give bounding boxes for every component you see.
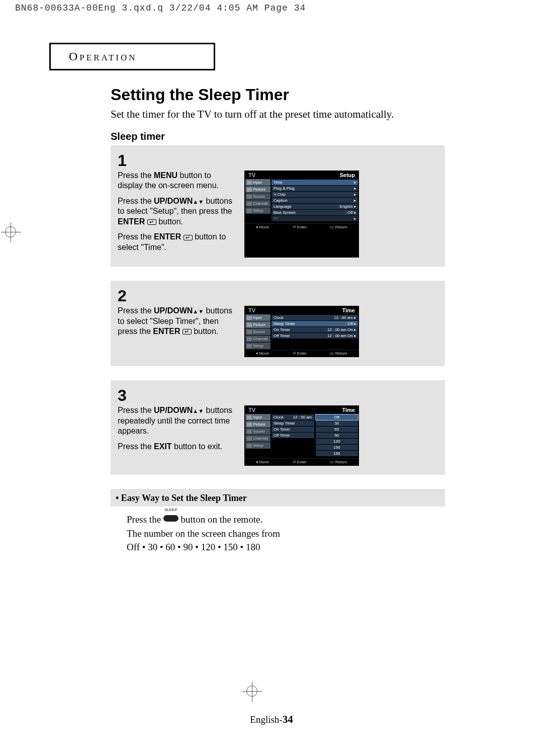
step-2: 2 Press the UP/DOWN buttons to select "S…: [111, 281, 445, 366]
step-number: 3: [118, 387, 439, 403]
tv-menu-row: Plug & Plug ▸: [272, 186, 358, 191]
tv-screenshot-sleep-options: TVTime Input Picture Sound Channel Setup…: [244, 405, 359, 466]
crop-mark-left: [0, 226, 25, 251]
step-3: 3 Press the UP/DOWN buttons repeatedly u…: [111, 380, 445, 475]
sound-tab-icon: [247, 195, 252, 199]
step-number: 2: [118, 288, 439, 304]
page-lede: Set the timer for the TV to turn off at …: [111, 108, 445, 121]
channel-tab-icon: [247, 202, 252, 206]
tv-menu-row: Clock12 : 00 am: [272, 414, 314, 420]
tv-menu-row: Language: English ▸: [272, 204, 358, 209]
tv-sleep-option: 180: [316, 451, 358, 456]
tv-menu-row: Blue Screen: Off ▸: [272, 210, 358, 215]
tv-menu-row: Off Timer: [272, 433, 314, 438]
tv-sleep-option: 150: [316, 445, 358, 450]
crop-mark-bottom: [241, 686, 266, 711]
section-tab: Operation: [49, 43, 215, 70]
tv-menu-row: On Timer12 : 00 am On ▸: [272, 327, 358, 332]
content: Setting the Sleep Timer Set the timer fo…: [111, 86, 445, 554]
tv-sleep-option: 60: [316, 427, 358, 432]
tv-menu-row: Sleep Timer: [272, 421, 314, 426]
step-1-text: Press the MENU button to display the on-…: [118, 171, 234, 258]
sleep-remote-button-icon: SLEEP: [163, 509, 178, 526]
page-title: Setting the Sleep Timer: [111, 86, 445, 104]
up-down-icon: [193, 407, 204, 414]
enter-icon: [184, 235, 193, 240]
input-tab-icon: [247, 181, 252, 185]
tv-screenshot-time: TVTime Input Picture Sound Channel Setup…: [244, 306, 359, 357]
step-2-text: Press the UP/DOWN buttons to select "Sle…: [118, 306, 234, 357]
step-3-text: Press the UP/DOWN buttons repeatedly unt…: [118, 405, 234, 466]
up-down-icon: [193, 308, 204, 315]
tv-sleep-option: 30: [316, 421, 358, 426]
page-number: English-34: [0, 713, 543, 726]
enter-icon: [183, 329, 192, 334]
easy-way-heading: • Easy Way to Set the Sleep Timer: [111, 489, 445, 507]
tv-menu-row: Clock12 : 00 am ▸: [272, 315, 358, 320]
enter-icon: [147, 219, 156, 225]
step-1: 1 Press the MENU button to display the o…: [111, 145, 445, 267]
subsection-title: Sleep timer: [111, 131, 445, 142]
step-number: 1: [118, 152, 439, 169]
up-down-icon: [193, 198, 204, 205]
tv-sleep-option: 90: [316, 433, 358, 438]
tv-menu-row: PC ▸: [272, 216, 358, 221]
tv-menu-row: Caption ▸: [272, 198, 358, 203]
setup-tab-icon: [247, 209, 252, 213]
tv-menu-row: V-Chip ▸: [272, 192, 358, 197]
print-job-header: BN68-00633A-00Eng 3.qxd.q 3/22/04 4:05 A…: [15, 3, 306, 13]
easy-way-body: Press the SLEEP button on the remote. Th…: [111, 507, 445, 554]
tv-sleep-option: Off: [316, 414, 358, 420]
tv-menu-row: Time ▸: [272, 180, 358, 185]
section-tab-label: Operation: [69, 50, 137, 63]
tv-sleep-option: 120: [316, 439, 358, 444]
picture-tab-icon: [247, 188, 252, 192]
tv-screenshot-setup: TVSetup Input Picture Sound Channel Setu…: [244, 171, 359, 258]
tv-menu-row: Sleep Timer: Off ▸: [272, 321, 358, 326]
tv-menu-row: Off Timer12 : 00 am On ▸: [272, 333, 358, 339]
tv-menu-row: On Timer: [272, 427, 314, 432]
tv-side-tabs: Input Picture Sound Channel Setup: [244, 179, 270, 223]
